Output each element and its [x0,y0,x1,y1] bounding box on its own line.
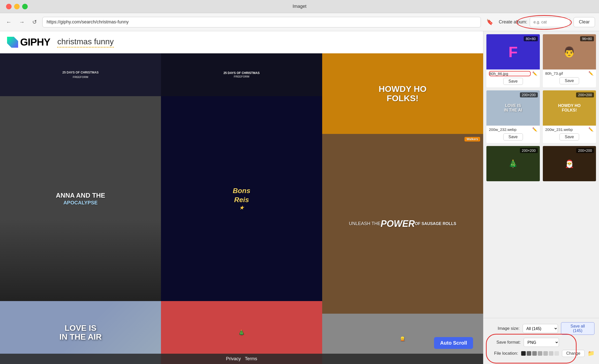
image-thumb-4: HOWDY HOFOLKS! 200×200 [543,90,596,126]
image-filename-4: 200w_231.webp [545,127,587,132]
image-card-3: LOVE ISIN THE AI 200×200 200w_232.webp ✏… [486,90,540,143]
giphy-header: GIPHY christmas funny [0,31,483,53]
path-dot-1 [521,351,526,356]
giphy-logo: GIPHY [7,37,50,48]
save-format-select[interactable]: PNG JPG WEBP GIF [524,338,559,347]
clear-button[interactable]: Clear [574,17,595,27]
giphy-search-text: christmas funny [57,37,114,48]
gif-item-7[interactable]: HOWDY HOFOLKS! [322,53,483,134]
gif-item-8[interactable]: UNLEASH THE POWER OF SAUSAGE ROLLS Walke… [322,134,483,314]
image-card-1: F 80×80 80h_86.jpg ✏️ Save [486,34,540,87]
terms-link[interactable]: Terms [245,356,257,361]
image-thumb-2: 👨 96×80 [543,34,596,69]
file-location-label: File location: [488,351,518,356]
image-thumb-6: 🎅 200×200 [543,146,596,181]
image-thumb-1: F 80×80 [486,34,540,69]
image-grid: F 80×80 80h_86.jpg ✏️ Save 👨 96×80 80h_7… [483,31,599,318]
album-area: Create album: [499,17,570,27]
edit-icon-1[interactable]: ✏️ [532,71,537,76]
path-dot-3 [532,351,537,356]
image-card-footer-2: 80h_73.gif ✏️ [543,69,596,77]
file-location-row: File location: Change 📁 [488,350,594,357]
gif-item-2[interactable]: ANNA AND THE APOCALYPSE [0,96,161,301]
file-location-path [521,351,559,356]
giphy-logo-text: GIPHY [20,37,50,48]
save-format-label: Save format: [488,340,521,345]
bottom-oval-wrapper: Image size: All (145) 80×80 96×80 200×20… [488,322,594,357]
image-card-footer-4: 200w_231.webp ✏️ [543,126,596,133]
reload-button[interactable]: ↺ [30,18,39,26]
change-button[interactable]: Change [562,350,585,357]
image-filename-3: 200w_232.webp [489,127,531,132]
gif-column-1: 25 DAYS OF CHRISTMAS FREEFORM ANNA AND T… [0,53,161,364]
bookmark-button[interactable]: 🔖 [484,18,495,26]
gif-column-2: 25 DAYS OF CHRISTMASFREEFORM Bons Reis ★… [161,53,322,364]
image-size-label: Image size: [488,326,520,331]
save-button-4[interactable]: Save [559,133,579,140]
image-filename-2: 80h_73.gif [545,71,587,76]
path-dot-6 [549,351,553,356]
image-size-badge-4: 200×200 [576,92,594,97]
save-button-1[interactable]: Save [503,78,523,85]
window-title: Imaget [292,4,306,9]
forward-button[interactable]: → [17,18,27,26]
album-label: Create album: [499,19,527,25]
image-size-row: Image size: All (145) 80×80 96×80 200×20… [488,322,594,335]
folder-icon-button[interactable]: 📁 [588,350,594,357]
window-controls [6,4,28,9]
maximize-button[interactable] [22,4,28,9]
image-size-badge-1: 80×80 [524,36,538,41]
save-all-button[interactable]: Save all (145) [561,322,594,335]
address-bar[interactable]: https://giphy.com/search/christmas-funny [42,17,481,27]
album-input[interactable] [530,17,570,27]
gif-item-1[interactable]: 25 DAYS OF CHRISTMAS FREEFORM [0,53,161,96]
image-card-footer-1: 80h_86.jpg ✏️ [486,69,540,78]
gif-item-5[interactable]: Bons Reis ★ [161,96,322,301]
right-panel: F 80×80 80h_86.jpg ✏️ Save 👨 96×80 80h_7… [483,31,599,364]
image-thumb-3: LOVE ISIN THE AI 200×200 [486,90,540,126]
image-size-select[interactable]: All (145) 80×80 96×80 200×200 [523,324,558,333]
image-size-badge-5: 200×200 [520,148,538,153]
path-dot-5 [543,351,548,356]
gif-column-3: HOWDY HOFOLKS! UNLEASH THE POWER OF SAUS… [322,53,483,364]
main-content: GIPHY christmas funny 25 DAYS OF CHRISTM… [0,31,599,364]
gif-item-4[interactable]: 25 DAYS OF CHRISTMASFREEFORM [161,53,322,96]
back-button[interactable]: ← [4,18,14,26]
autoscroll-button[interactable]: Auto Scroll [434,337,473,349]
save-button-2[interactable]: Save [559,77,579,84]
privacy-link[interactable]: Privacy [226,356,241,361]
edit-icon-2[interactable]: ✏️ [588,71,593,76]
edit-icon-4[interactable]: ✏️ [588,127,593,132]
bottom-controls: Image size: All (145) 80×80 96×80 200×20… [483,318,599,364]
close-button[interactable] [6,4,12,9]
image-card-2: 👨 96×80 80h_73.gif ✏️ Save [543,34,596,87]
image-card-5: 🎄 200×200 [486,146,540,181]
path-dot-4 [538,351,542,356]
path-dot-2 [527,351,531,356]
image-size-badge-2: 96×80 [580,36,594,41]
image-size-badge-3: 200×200 [520,92,538,97]
save-format-row: Save format: PNG JPG WEBP GIF [488,338,594,347]
browser-content: GIPHY christmas funny 25 DAYS OF CHRISTM… [0,31,483,364]
image-card-footer-3: 200w_232.webp ✏️ [486,126,540,133]
minimize-button[interactable] [14,4,20,9]
titlebar: Imaget [0,0,599,13]
privacy-bar: Privacy Terms [0,354,483,364]
image-filename-1: 80h_86.jpg [489,71,531,76]
path-dot-7 [554,351,559,356]
image-card-4: HOWDY HOFOLKS! 200×200 200w_231.webp ✏️ … [543,90,596,143]
gif-grid: 25 DAYS OF CHRISTMAS FREEFORM ANNA AND T… [0,53,483,364]
image-card-6: 🎅 200×200 [543,146,596,181]
edit-icon-3[interactable]: ✏️ [532,127,537,132]
browser-toolbar: ← → ↺ https://giphy.com/search/christmas… [0,13,599,31]
giphy-logo-icon [7,37,18,48]
image-thumb-5: 🎄 200×200 [486,146,540,181]
save-button-3[interactable]: Save [503,133,523,140]
image-size-badge-6: 200×200 [576,148,594,153]
